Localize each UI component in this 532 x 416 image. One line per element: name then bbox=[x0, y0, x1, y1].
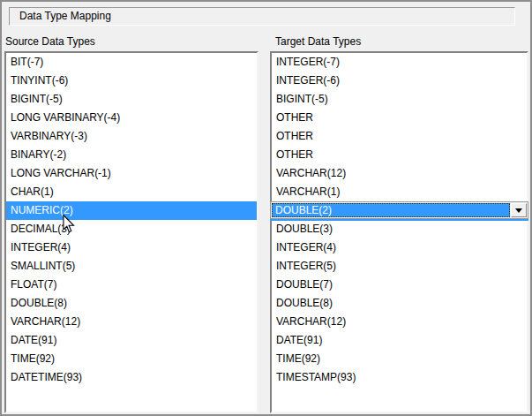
type-combobox[interactable]: DOUBLE(2) bbox=[270, 201, 528, 219]
list-item[interactable]: BIGINT(-5) bbox=[6, 90, 257, 109]
list-item[interactable]: TIME(92) bbox=[6, 350, 257, 368]
data-type-mapping-dialog: Data Type Mapping Source Data Types Targ… bbox=[0, 0, 532, 416]
list-item[interactable]: INTEGER(4) bbox=[6, 238, 257, 257]
list-item[interactable]: CHAR(1) bbox=[6, 183, 257, 201]
list-item[interactable]: DECIMAL(3) bbox=[6, 220, 257, 238]
list-item[interactable]: OTHER bbox=[272, 109, 527, 127]
list-item[interactable]: OTHER bbox=[272, 127, 527, 146]
list-item[interactable]: DOUBLE(7) bbox=[272, 276, 527, 294]
list-item[interactable]: OTHER bbox=[272, 146, 527, 164]
list-item[interactable]: LONG VARCHAR(-1) bbox=[6, 164, 257, 183]
list-item[interactable]: VARCHAR(12) bbox=[272, 164, 527, 183]
list-item[interactable]: FLOAT(7) bbox=[6, 276, 257, 294]
list-item[interactable]: BIGINT(-5) bbox=[272, 90, 527, 109]
source-type-list[interactable]: BIT(-7)TINYINT(-6)BIGINT(-5)LONG VARBINA… bbox=[4, 51, 259, 413]
list-item[interactable]: VARCHAR(12) bbox=[272, 313, 527, 331]
list-item[interactable]: INTEGER(4) bbox=[272, 238, 527, 257]
list-item[interactable]: INTEGER(5) bbox=[272, 257, 527, 276]
list-item[interactable]: DOUBLE(8) bbox=[6, 294, 257, 313]
combobox-dropdown-button[interactable] bbox=[511, 203, 527, 217]
combobox-value[interactable]: DOUBLE(2) bbox=[272, 203, 510, 217]
source-list-label: Source Data Types bbox=[5, 35, 95, 48]
list-item[interactable]: NUMERIC(2) bbox=[6, 201, 257, 220]
list-item[interactable]: DOUBLE(3) bbox=[272, 220, 527, 238]
target-list-label: Target Data Types bbox=[275, 35, 361, 48]
list-item[interactable]: INTEGER(-7) bbox=[272, 53, 527, 72]
list-item[interactable]: DOUBLE(8) bbox=[272, 294, 527, 313]
list-item[interactable]: DATE(91) bbox=[6, 331, 257, 350]
list-item[interactable]: BINARY(-2) bbox=[6, 146, 257, 164]
list-item[interactable]: INTEGER(-6) bbox=[272, 72, 527, 90]
list-item[interactable]: TINYINT(-6) bbox=[6, 72, 257, 90]
target-type-list[interactable]: INTEGER(-7)INTEGER(-6)BIGINT(-5)OTHEROTH… bbox=[270, 51, 528, 413]
list-item[interactable]: BIT(-7) bbox=[6, 53, 257, 72]
list-item[interactable]: VARCHAR(1) bbox=[272, 183, 527, 201]
header-bar: Data Type Mapping bbox=[9, 7, 515, 26]
list-item[interactable]: TIME(92) bbox=[272, 350, 527, 368]
combobox-focus-underline bbox=[270, 219, 528, 221]
list-item[interactable]: DATE(91) bbox=[272, 331, 527, 350]
dialog-title: Data Type Mapping bbox=[19, 10, 111, 22]
list-item[interactable]: LONG VARBINARY(-4) bbox=[6, 109, 257, 127]
list-item[interactable]: TIMESTAMP(93) bbox=[272, 368, 527, 387]
list-item[interactable]: DATETIME(93) bbox=[6, 368, 257, 387]
chevron-down-icon bbox=[515, 208, 522, 213]
list-item[interactable]: VARCHAR(12) bbox=[6, 313, 257, 331]
list-item[interactable]: SMALLINT(5) bbox=[6, 257, 257, 276]
list-item[interactable]: VARBINARY(-3) bbox=[6, 127, 257, 146]
